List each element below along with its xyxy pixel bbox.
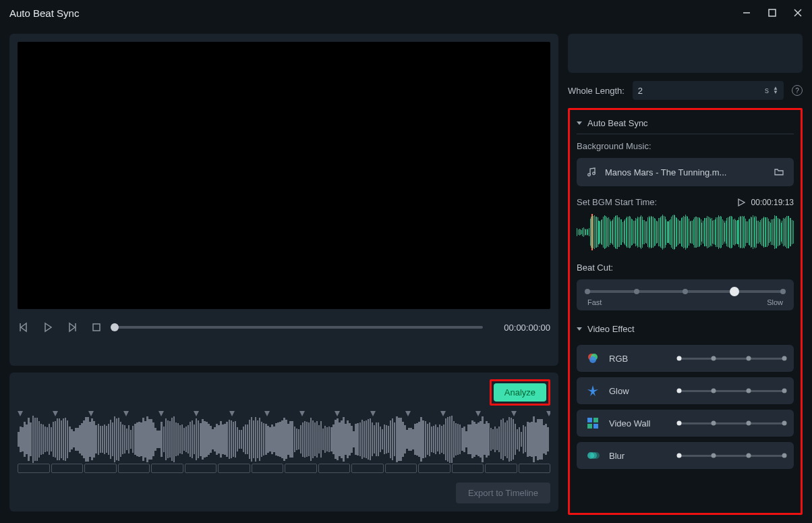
caret-down-icon xyxy=(577,327,582,331)
set-bgm-start-label: Set BGM Start Time: xyxy=(577,197,657,207)
svg-marker-24 xyxy=(511,411,517,416)
video-effect-item[interactable]: Video Wall xyxy=(577,410,794,437)
timeline-segment[interactable] xyxy=(485,464,517,473)
beat-cut-handle[interactable] xyxy=(730,287,739,296)
timeline-segment[interactable] xyxy=(351,464,384,473)
beat-marker-icon[interactable] xyxy=(299,411,303,418)
window-controls xyxy=(742,8,803,18)
video-effect-item[interactable]: Glow xyxy=(577,377,794,404)
timeline-waveform[interactable] xyxy=(18,411,550,473)
beat-marker-icon[interactable] xyxy=(405,411,409,418)
export-to-timeline-button[interactable]: Export to Timeline xyxy=(456,483,550,503)
timeline-segment[interactable] xyxy=(118,464,150,473)
effect-slider[interactable] xyxy=(679,422,784,424)
whole-length-input[interactable]: 2 s ▲▼ xyxy=(633,81,784,100)
analyze-button[interactable]: Analyze xyxy=(494,383,546,402)
svg-point-27 xyxy=(593,172,596,175)
timeline-segment[interactable] xyxy=(318,464,351,473)
beat-marker-icon[interactable] xyxy=(440,411,444,418)
effect-slider[interactable] xyxy=(679,358,784,360)
preview-scrubber[interactable] xyxy=(115,326,483,329)
svg-point-31 xyxy=(589,356,596,363)
video-effect-list: RGBGlowVideo WallBlur xyxy=(577,345,794,469)
bgm-playhead[interactable] xyxy=(591,214,593,250)
timeline-segment[interactable] xyxy=(252,464,284,473)
beat-marker-icon[interactable] xyxy=(475,411,480,418)
minimize-icon[interactable] xyxy=(742,8,751,18)
music-file-name: Manos Mars - The Tunning.m... xyxy=(605,167,765,177)
maximize-icon[interactable] xyxy=(767,8,777,18)
svg-marker-12 xyxy=(88,411,94,416)
effect-name: RGB xyxy=(609,354,670,364)
preview-controls: 00:00:00:00 xyxy=(18,309,550,333)
svg-marker-28 xyxy=(738,199,745,206)
svg-marker-6 xyxy=(45,323,51,331)
timeline-segment[interactable] xyxy=(218,464,250,473)
svg-marker-19 xyxy=(335,411,340,416)
timeline-panel: Analyze Export to Timeline xyxy=(9,373,558,512)
timeline-segment[interactable] xyxy=(519,464,551,473)
beat-marker-icon[interactable] xyxy=(194,411,198,418)
stop-button[interactable] xyxy=(90,321,103,333)
timeline-segment[interactable] xyxy=(51,464,84,473)
video-effect-section-header[interactable]: Video Effect xyxy=(577,321,794,339)
beat-slow-label: Slow xyxy=(767,298,783,306)
beat-marker-icon[interactable] xyxy=(370,411,374,418)
next-frame-button[interactable] xyxy=(66,321,78,333)
beat-marker-icon[interactable] xyxy=(546,411,550,418)
whole-length-row: Whole Length: 2 s ▲▼ ? xyxy=(568,81,803,100)
timeline-segment[interactable] xyxy=(151,464,183,473)
effect-name: Blur xyxy=(609,451,670,461)
beat-marker-icon[interactable] xyxy=(264,411,268,418)
svg-marker-20 xyxy=(370,411,376,416)
video-effect-item[interactable]: Blur xyxy=(577,442,794,469)
video-preview[interactable] xyxy=(18,42,550,309)
beat-cut-slider[interactable] xyxy=(587,290,783,293)
timeline-segment[interactable] xyxy=(285,464,317,473)
bgm-start-time: 00:00:19:13 xyxy=(751,198,794,207)
help-icon[interactable]: ? xyxy=(792,85,803,96)
side-panel-highlight: Auto Beat Sync Background Music: Manos M… xyxy=(568,108,803,515)
beat-marker-icon[interactable] xyxy=(335,411,339,418)
video-effect-item[interactable]: RGB xyxy=(577,345,794,372)
svg-marker-17 xyxy=(264,411,270,416)
folder-icon[interactable] xyxy=(774,167,784,177)
effect-slider[interactable] xyxy=(679,390,784,392)
timeline-segment[interactable] xyxy=(452,464,484,473)
beat-cut-label: Beat Cut: xyxy=(577,263,794,273)
whole-length-label: Whole Length: xyxy=(568,86,625,96)
whole-length-value: 2 xyxy=(638,86,643,96)
bgm-play-button[interactable] xyxy=(736,198,746,207)
svg-rect-35 xyxy=(587,424,592,429)
titlebar: Auto Beat Sync xyxy=(0,0,812,26)
timeline-segment[interactable] xyxy=(18,464,50,473)
whole-length-unit: s xyxy=(765,86,769,95)
svg-rect-33 xyxy=(587,418,592,422)
timeline-segment[interactable] xyxy=(84,464,117,473)
beat-marker-icon[interactable] xyxy=(53,411,57,418)
beat-marker-icon[interactable] xyxy=(229,411,233,418)
scrubber-handle[interactable] xyxy=(111,323,119,331)
beat-marker-icon[interactable] xyxy=(123,411,127,418)
timeline-segment[interactable] xyxy=(385,464,417,473)
background-music-file[interactable]: Manos Mars - The Tunning.m... xyxy=(577,158,794,186)
auto-beat-sync-section-header[interactable]: Auto Beat Sync xyxy=(577,115,794,134)
preview-timecode: 00:00:00:00 xyxy=(495,323,550,333)
timeline-segment[interactable] xyxy=(418,464,451,473)
beat-marker-icon[interactable] xyxy=(18,411,22,418)
timeline-segment[interactable] xyxy=(185,464,217,473)
effect-name: Glow xyxy=(609,386,670,396)
length-stepper[interactable]: ▲▼ xyxy=(773,86,778,94)
svg-marker-4 xyxy=(21,323,26,331)
close-icon[interactable] xyxy=(793,8,803,18)
bgm-waveform[interactable] xyxy=(577,214,794,250)
svg-rect-34 xyxy=(593,418,598,422)
prev-frame-button[interactable] xyxy=(18,321,30,333)
beat-cut-slider-panel: Fast Slow xyxy=(577,279,794,310)
beat-marker-icon[interactable] xyxy=(158,411,163,418)
play-button[interactable] xyxy=(42,321,54,333)
svg-marker-18 xyxy=(299,411,305,416)
beat-marker-icon[interactable] xyxy=(511,411,515,418)
effect-slider[interactable] xyxy=(679,455,784,457)
svg-marker-14 xyxy=(158,411,164,416)
